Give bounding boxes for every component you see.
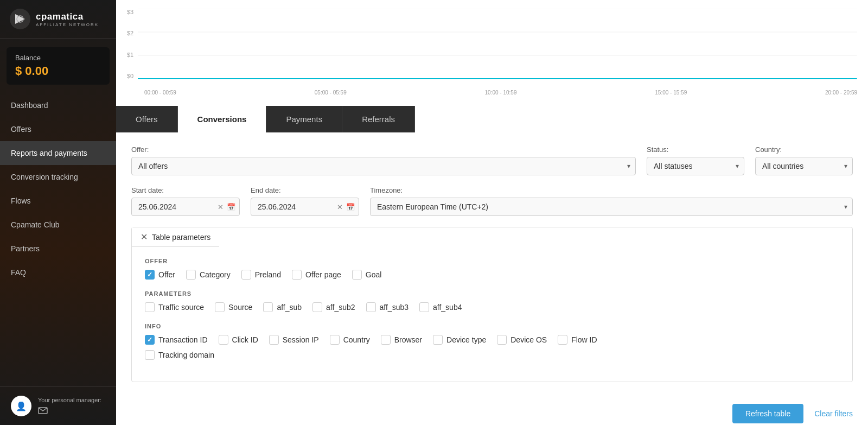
- checkbox-flow-id[interactable]: [558, 335, 567, 345]
- sidebar-item-conversion-tracking[interactable]: Conversion tracking: [0, 165, 116, 189]
- main-content: $3 $2 $1 $0 00:00 - 00:59 05:00 - 05:59 …: [116, 0, 868, 425]
- info-section-title: INFO: [145, 323, 839, 329]
- checkbox-flow-id-label: Flow ID: [571, 335, 597, 344]
- main-tabs: Offers Conversions Payments Referrals: [116, 106, 868, 132]
- checkbox-preland[interactable]: [241, 270, 251, 280]
- checkbox-click-id[interactable]: [219, 335, 228, 345]
- sidebar-item-reports-and-payments[interactable]: Reports and payments: [0, 141, 116, 165]
- checkbox-item-aff-sub[interactable]: aff_sub: [263, 302, 302, 312]
- checkbox-item-traffic-source[interactable]: Traffic source: [145, 302, 204, 312]
- checkbox-browser[interactable]: [381, 335, 391, 345]
- checkbox-device-os[interactable]: [497, 335, 507, 345]
- timezone-select[interactable]: Eastern European Time (UTC+2): [370, 198, 853, 216]
- mail-icon-wrapper[interactable]: [38, 405, 101, 415]
- end-date-wrapper: ✕ 📅: [251, 198, 359, 216]
- sidebar-item-cpamate-club[interactable]: Cpamate Club: [0, 213, 116, 237]
- info-checkboxes: Transaction ID Click ID Session IP: [145, 335, 839, 345]
- personal-manager-label: Your personal manager:: [38, 397, 101, 403]
- checkbox-aff-sub2[interactable]: [312, 302, 322, 312]
- table-params-container: ✕ Table parameters OFFER Offer Category: [131, 227, 853, 382]
- checkbox-aff-sub4[interactable]: [419, 302, 429, 312]
- timezone-select-wrapper: Eastern European Time (UTC+2): [370, 198, 853, 216]
- sidebar-item-dashboard[interactable]: Dashboard: [0, 93, 116, 117]
- parameters-checkboxes: Traffic source Source aff_sub aff_s: [145, 302, 839, 312]
- status-select[interactable]: All statuses: [647, 157, 744, 175]
- table-params-tab[interactable]: ✕ Table parameters: [132, 227, 219, 247]
- checkbox-item-preland[interactable]: Preland: [241, 270, 281, 280]
- sidebar-item-flows[interactable]: Flows: [0, 189, 116, 213]
- sidebar-item-offers[interactable]: Offers: [0, 117, 116, 141]
- end-date-calendar-icon[interactable]: 📅: [346, 203, 355, 211]
- checkbox-item-country[interactable]: Country: [330, 335, 370, 345]
- chart-y-label-0: $0: [127, 73, 133, 79]
- status-filter-group: Status: All statuses: [647, 145, 744, 175]
- bottom-actions: Refresh table Clear filters: [116, 395, 868, 425]
- checkbox-source[interactable]: [215, 302, 225, 312]
- checkbox-goal[interactable]: [352, 270, 362, 280]
- start-date-wrapper: ✕ 📅: [131, 198, 240, 216]
- checkbox-aff-sub3[interactable]: [366, 302, 376, 312]
- checkbox-offer[interactable]: [145, 270, 155, 280]
- checkbox-item-click-id[interactable]: Click ID: [219, 335, 258, 345]
- tab-payments[interactable]: Payments: [266, 106, 342, 132]
- balance-box: Balance $ 0.00: [7, 47, 110, 85]
- table-params-close-icon[interactable]: ✕: [141, 232, 148, 242]
- checkbox-item-aff-sub3[interactable]: aff_sub3: [366, 302, 409, 312]
- sidebar-item-partners[interactable]: Partners: [0, 237, 116, 261]
- sidebar-item-faq[interactable]: FAQ: [0, 261, 116, 284]
- checkbox-browser-label: Browser: [394, 335, 422, 344]
- chart-y-label-2: $2: [127, 30, 133, 36]
- start-date-calendar-icon[interactable]: 📅: [227, 203, 235, 211]
- checkbox-transaction-id[interactable]: [145, 335, 155, 345]
- country-filter-label: Country:: [755, 145, 853, 154]
- offer-select[interactable]: All offers: [131, 157, 636, 175]
- checkbox-item-aff-sub4[interactable]: aff_sub4: [419, 302, 462, 312]
- checkbox-item-offer[interactable]: Offer: [145, 270, 175, 280]
- checkbox-item-device-type[interactable]: Device type: [433, 335, 486, 345]
- checkbox-item-source[interactable]: Source: [215, 302, 252, 312]
- checkbox-offer-page[interactable]: [292, 270, 302, 280]
- checkbox-category[interactable]: [186, 270, 196, 280]
- logo-text: cpamatica AFFILIATE NETWORK: [36, 11, 99, 27]
- checkbox-click-id-label: Click ID: [232, 335, 258, 344]
- sidebar: cpamatica AFFILIATE NETWORK Balance $ 0.…: [0, 0, 116, 425]
- checkbox-category-label: Category: [200, 270, 231, 279]
- tab-referrals[interactable]: Referrals: [342, 106, 415, 132]
- param-section-parameters: PARAMETERS Traffic source Source aff_: [145, 290, 839, 312]
- checkbox-traffic-source-label: Traffic source: [158, 303, 204, 312]
- checkbox-item-device-os[interactable]: Device OS: [497, 335, 547, 345]
- checkbox-item-flow-id[interactable]: Flow ID: [558, 335, 597, 345]
- country-select[interactable]: All countries: [755, 157, 853, 175]
- logo-sub-text: AFFILIATE NETWORK: [36, 22, 99, 27]
- chart-x-label-0: 00:00 - 00:59: [144, 90, 176, 96]
- tab-conversions[interactable]: Conversions: [178, 106, 267, 132]
- chart-x-label-1: 05:00 - 05:59: [315, 90, 347, 96]
- status-select-wrapper: All statuses: [647, 157, 744, 175]
- checkbox-tracking-domain[interactable]: [145, 350, 155, 360]
- start-date-clear-icon[interactable]: ✕: [218, 203, 224, 211]
- clear-filters-button[interactable]: Clear filters: [814, 409, 853, 418]
- checkbox-source-label: Source: [228, 303, 252, 312]
- checkbox-goal-label: Goal: [366, 270, 382, 279]
- checkbox-item-category[interactable]: Category: [186, 270, 231, 280]
- end-date-clear-icon[interactable]: ✕: [337, 203, 343, 211]
- checkbox-item-aff-sub2[interactable]: aff_sub2: [312, 302, 355, 312]
- checkbox-aff-sub[interactable]: [263, 302, 273, 312]
- checkbox-device-type[interactable]: [433, 335, 443, 345]
- checkbox-traffic-source[interactable]: [145, 302, 155, 312]
- checkbox-item-goal[interactable]: Goal: [352, 270, 382, 280]
- checkbox-item-transaction-id[interactable]: Transaction ID: [145, 335, 208, 345]
- chart-x-label-2: 10:00 - 10:59: [485, 90, 517, 96]
- checkbox-item-browser[interactable]: Browser: [381, 335, 422, 345]
- checkbox-item-tracking-domain[interactable]: Tracking domain: [145, 350, 214, 360]
- checkbox-item-offer-page[interactable]: Offer page: [292, 270, 341, 280]
- logo-icon: [10, 9, 30, 29]
- checkbox-aff-sub2-label: aff_sub2: [326, 303, 355, 312]
- checkbox-item-session-ip[interactable]: Session IP: [269, 335, 319, 345]
- checkbox-preland-label: Preland: [255, 270, 281, 279]
- refresh-table-button[interactable]: Refresh table: [732, 404, 803, 423]
- checkbox-country[interactable]: [330, 335, 340, 345]
- tab-offers[interactable]: Offers: [116, 106, 178, 132]
- checkbox-session-ip[interactable]: [269, 335, 279, 345]
- checkbox-offer-page-label: Offer page: [305, 270, 341, 279]
